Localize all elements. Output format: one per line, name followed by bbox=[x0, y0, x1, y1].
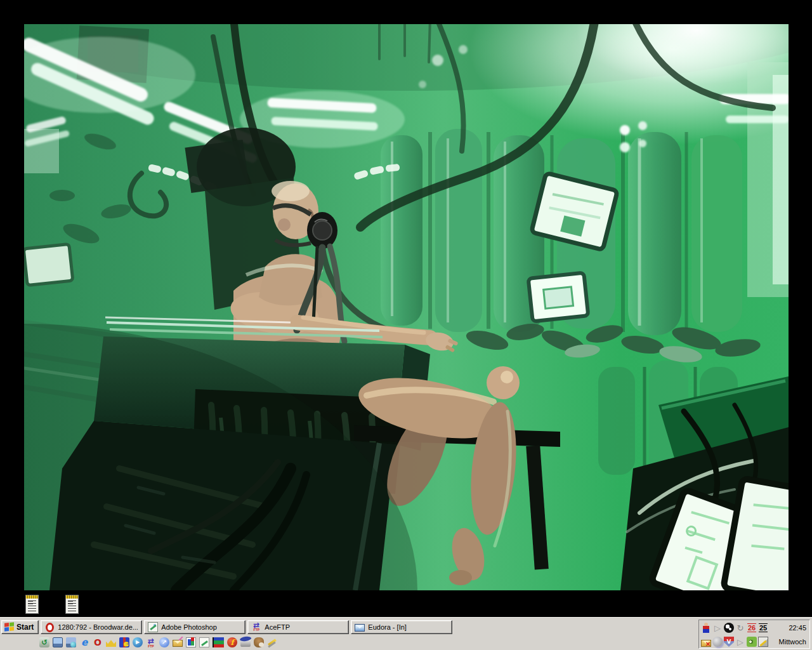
taskbtn-label: Adobe Photoshop bbox=[161, 623, 216, 631]
taskbtn-eudora[interactable]: Eudora - [In] bbox=[351, 620, 452, 634]
photoshop-icon bbox=[148, 622, 158, 632]
tray-clock[interactable]: 22:45 bbox=[789, 624, 808, 632]
taskbar-row-buttons: Start 1280:792 - Broodwar.de... Adobe Ph… bbox=[0, 618, 695, 635]
quicklaunch-internet-explorer-icon[interactable]: e bbox=[79, 637, 89, 647]
tray-nvidia-icon[interactable] bbox=[747, 637, 757, 647]
tray-messenger-contact-icon[interactable] bbox=[701, 623, 711, 633]
quicklaunch-recycle-bin-icon[interactable]: ↺ bbox=[39, 637, 49, 647]
refresh-glyph: ↻ bbox=[735, 623, 745, 633]
desktop-icon-notepad-2[interactable] bbox=[65, 595, 79, 614]
quicklaunch-flash-player-icon[interactable]: f bbox=[227, 637, 237, 647]
taskbtn-label: AceFTP bbox=[265, 623, 290, 631]
tray-tablet-driver-icon[interactable] bbox=[758, 637, 768, 647]
quicklaunch-emule-icon[interactable] bbox=[254, 637, 264, 647]
tray-play-icon[interactable]: ▷ bbox=[712, 623, 723, 633]
shield-v-glyph: V bbox=[724, 637, 734, 647]
taskbtn-label: Eudora - [In] bbox=[368, 623, 407, 631]
tray-day-label: Mittwoch bbox=[779, 638, 808, 646]
desktop-icon-notepad-1[interactable] bbox=[25, 595, 39, 614]
play-glyph: ▷ bbox=[712, 623, 723, 633]
quicklaunch-network-places-icon[interactable] bbox=[66, 637, 76, 647]
tray-audio-device-icon[interactable] bbox=[712, 637, 723, 647]
eudora-icon bbox=[355, 624, 365, 632]
quicklaunch-my-computer-icon[interactable] bbox=[53, 637, 63, 647]
ie-glyph: e bbox=[79, 637, 89, 647]
quicklaunch-book-stack-icon[interactable] bbox=[213, 637, 224, 647]
mail-x-glyph: × bbox=[705, 642, 710, 646]
aceftp-icon: ⇄ FTP bbox=[251, 622, 261, 632]
taskbar: Start 1280:792 - Broodwar.de... Adobe Ph… bbox=[0, 617, 812, 650]
quicklaunch-opera-icon[interactable]: O bbox=[93, 637, 103, 647]
tray-play2-icon[interactable]: ▷ bbox=[735, 637, 745, 647]
notepad-lines-short bbox=[28, 601, 33, 606]
play-glyph: ▷ bbox=[735, 637, 745, 647]
quicklaunch-crown-app-icon[interactable] bbox=[106, 639, 116, 647]
aceftp-sub: FTP bbox=[146, 644, 156, 648]
tray-antivirus-shield-icon[interactable]: V bbox=[724, 637, 734, 647]
taskbtn-aceftp[interactable]: ⇄ FTP AceFTP bbox=[247, 620, 349, 634]
tray-steam-icon[interactable] bbox=[724, 623, 734, 633]
quicklaunch-media-player-icon[interactable]: ▶ bbox=[133, 637, 143, 647]
notepad-binding bbox=[26, 595, 38, 599]
start-label: Start bbox=[16, 623, 34, 632]
opera-glyph: O bbox=[93, 637, 103, 647]
tray-mail-alert-icon[interactable]: × bbox=[701, 640, 711, 647]
tray-date-badge-25[interactable]: 25 bbox=[759, 623, 768, 632]
taskbar-left: Start 1280:792 - Broodwar.de... Adobe Ph… bbox=[0, 618, 695, 650]
recycle-glyph: ↺ bbox=[39, 637, 49, 647]
tray-refresh-icon[interactable]: ↻ bbox=[735, 623, 745, 633]
quicklaunch-sketch-pad-icon[interactable] bbox=[199, 637, 209, 647]
wallpaper-svg bbox=[24, 24, 789, 590]
taskbtn-label: 1280:792 - Broodwar.de... bbox=[58, 623, 138, 631]
quicklaunch-winamp-icon[interactable] bbox=[267, 637, 277, 647]
wall-screen-b bbox=[528, 273, 589, 322]
wmp-glyph: ▶ bbox=[133, 637, 143, 647]
tray-date-badge-26[interactable]: 26 bbox=[747, 623, 756, 632]
wallpaper-painting bbox=[24, 24, 789, 590]
taskbtn-opera[interactable]: 1280:792 - Broodwar.de... bbox=[41, 620, 142, 634]
download-glyph: ↗ bbox=[159, 637, 169, 647]
notepad-lines-short bbox=[68, 601, 73, 606]
aceftp-sub: FTP bbox=[254, 628, 259, 632]
opera-icon bbox=[44, 622, 55, 632]
system-tray: ▷ ↻ 26 25 22:45 × V ▷ Mittwoch bbox=[698, 620, 810, 649]
quicklaunch-bar: ↺ e O ▶ ⇄FTP ↗ f bbox=[39, 635, 695, 649]
windows-logo-icon bbox=[4, 622, 14, 632]
flash-glyph: f bbox=[227, 637, 237, 647]
notepad-binding bbox=[66, 595, 78, 599]
quicklaunch-arcade-game-icon[interactable] bbox=[119, 637, 129, 647]
taskbtn-photoshop[interactable]: Adobe Photoshop bbox=[144, 620, 246, 634]
quicklaunch-eudora-mail-icon[interactable] bbox=[173, 640, 183, 647]
quicklaunch-layout-viewer-icon[interactable] bbox=[186, 637, 196, 647]
quicklaunch-aceftp-icon[interactable]: ⇄FTP bbox=[146, 637, 156, 647]
start-button[interactable]: Start bbox=[1, 620, 39, 634]
quicklaunch-corel-painter-icon[interactable] bbox=[240, 639, 251, 647]
quicklaunch-download-manager-icon[interactable]: ↗ bbox=[159, 637, 169, 647]
